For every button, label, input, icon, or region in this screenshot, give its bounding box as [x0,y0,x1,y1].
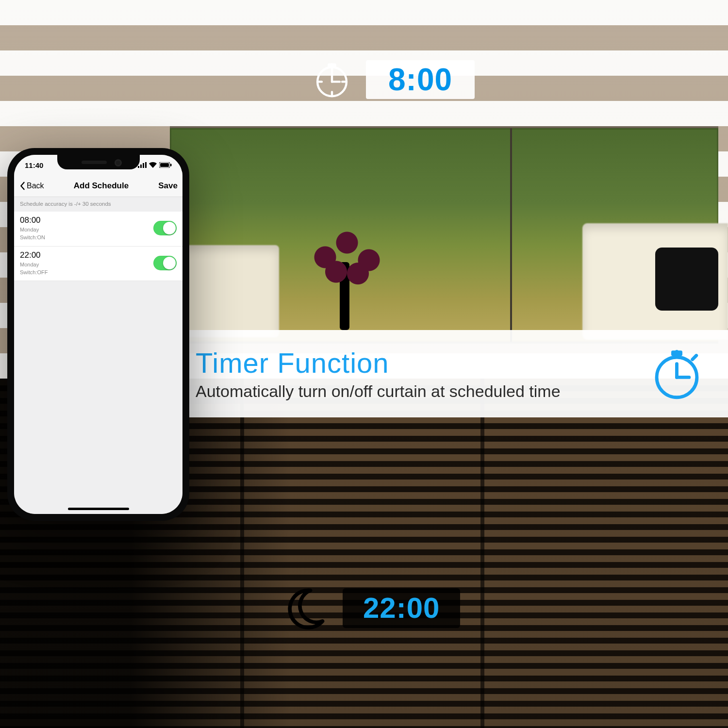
schedule-day: Monday [20,261,48,268]
svg-rect-21 [170,164,172,166]
status-time: 11:40 [25,161,43,169]
phone-mockup: 11:40 Back Add Schedule Save Schedule ac… [7,148,189,521]
clock-day-icon [311,58,353,101]
accuracy-note: Schedule accuracy is -/+ 30 seconds [14,197,182,212]
schedule-toggle[interactable] [153,221,177,235]
nav-title: Add Schedule [74,181,129,191]
flowers [311,228,383,286]
wifi-icon [149,162,157,168]
back-button[interactable]: Back [19,182,44,190]
svg-rect-18 [145,162,147,168]
morning-time-badge: 8:00 [311,58,475,101]
signal-icon [138,162,147,168]
chevron-left-icon [19,182,26,190]
svg-line-12 [693,355,696,359]
home-indicator[interactable] [68,508,129,510]
save-button[interactable]: Save [158,181,178,191]
morning-time-label: 8:00 [366,60,475,99]
schedule-toggle[interactable] [153,256,177,270]
pillow [655,248,718,311]
svg-rect-16 [140,165,142,168]
night-time-badge: 22:00 [281,585,460,631]
feature-subtitle: Automatically turn on/off curtain at sch… [196,382,561,401]
schedule-day: Monday [20,226,45,233]
nav-bar: Back Add Schedule Save [14,175,182,197]
svg-rect-15 [138,166,139,168]
status-indicators [138,162,172,168]
feature-strip: Timer Function Automatically turn on/off… [172,330,728,417]
schedule-row[interactable]: 08:00 Monday Switch:ON [14,212,182,247]
schedule-time: 22:00 [20,250,48,260]
moon-icon [281,585,328,631]
phone-notch [57,155,140,169]
feature-title: Timer Function [196,347,561,379]
schedule-switch: Switch:OFF [20,269,48,276]
schedule-row[interactable]: 22:00 Monday Switch:OFF [14,247,182,281]
battery-icon [159,162,172,168]
night-time-label: 22:00 [343,588,460,628]
empty-area [14,281,182,514]
timer-icon [649,346,705,402]
schedule-switch: Switch:ON [20,234,45,241]
svg-rect-20 [160,163,169,167]
svg-rect-17 [143,163,144,168]
back-label: Back [27,182,44,190]
schedule-time: 08:00 [20,215,45,225]
